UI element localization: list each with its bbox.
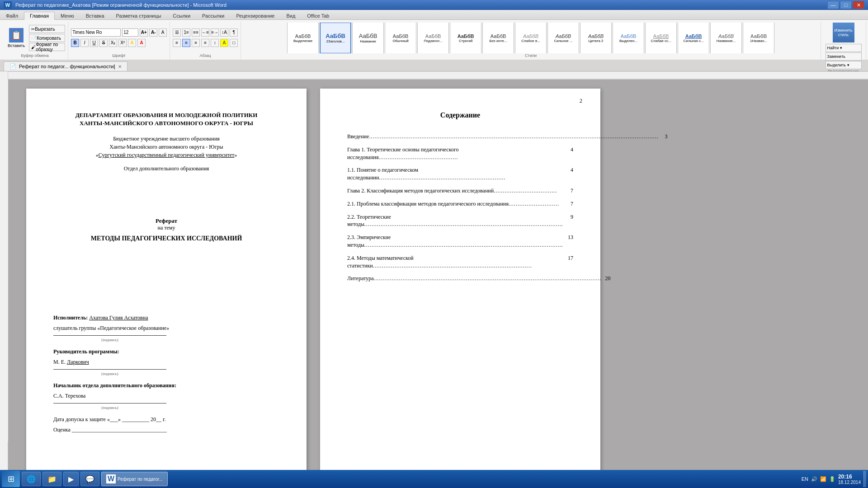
style-emphasis2-label: Выделен... — [619, 39, 637, 43]
replace-button[interactable]: Заменить — [826, 52, 862, 61]
side-ruler-top — [0, 71, 8, 80]
style-title2[interactable]: АаБбВ Название... — [710, 23, 742, 53]
shrink-font-button[interactable]: A- — [149, 28, 157, 37]
underline-button[interactable]: U — [90, 39, 98, 47]
toc-item-ch1: Глава 1. Теоретические основы педагогиче… — [347, 146, 573, 161]
select-button[interactable]: Выделить ▾ — [826, 61, 862, 69]
pages-scroll[interactable]: ДЕПАРТАМЕНТ ОБРАЗОВАНИЯ И МОЛОДЕЖНОЙ ПОЛ… — [8, 80, 868, 477]
font-color-button[interactable]: A — [137, 39, 146, 47]
style-title[interactable]: АаБбВ Название — [352, 23, 384, 53]
cut-button[interactable]: ✂ Вырезать — [29, 25, 65, 33]
format-painter-button[interactable]: 🖌 Формат по образцу — [29, 43, 65, 51]
toc-page-lit: 20 — [602, 275, 611, 282]
doc-tab-close[interactable]: ✕ — [118, 64, 122, 69]
bold-button[interactable]: B — [71, 39, 79, 47]
document-tab[interactable]: 📄 Реферат по педагог... функциональности… — [4, 61, 127, 71]
align-center-button[interactable]: ≡ — [182, 39, 190, 47]
style-title2-preview: АаБбВ — [718, 33, 734, 39]
font-name-row: A+ A- A — [71, 28, 167, 37]
style-weak-emphasis[interactable]: АаБбВ Слабое в... — [515, 23, 547, 53]
style-strict-preview: АаБбВ — [458, 33, 474, 39]
sort-button[interactable]: ↕A — [220, 28, 228, 37]
style-heading1[interactable]: АаБбВ 2Заголов... — [320, 23, 351, 53]
taskbar-chrome[interactable]: 🌐 — [22, 472, 41, 486]
taskbar-word[interactable]: W Реферат по педагог... — [101, 472, 168, 486]
language-indicator[interactable]: EN — [802, 476, 808, 482]
tab-layout[interactable]: Разметка страницы — [110, 12, 167, 20]
clipboard-label: Буфер обмена — [21, 53, 49, 59]
font-label: Шрифт — [112, 53, 126, 59]
highlight-button[interactable]: A — [128, 39, 136, 47]
style-emphasis2[interactable]: АаБбВ Выделен... — [613, 23, 644, 53]
copy-icon: 📄 — [31, 36, 37, 41]
shading-button[interactable]: A — [220, 39, 228, 47]
tab-file[interactable]: Файл — [0, 12, 24, 20]
tab-references[interactable]: Ссылки — [167, 12, 196, 20]
word-taskbar-icon: W — [106, 474, 116, 483]
subscript-button[interactable]: X₂ — [109, 39, 117, 47]
copy-button[interactable]: 📄 Копировать — [29, 34, 65, 42]
tab-mailings[interactable]: Рассылки — [196, 12, 230, 20]
numbering-button[interactable]: 1≡ — [182, 28, 190, 37]
strikethrough-button[interactable]: S — [99, 39, 108, 47]
superscript-button[interactable]: X² — [118, 39, 127, 47]
line-spacing-button[interactable]: ↕ — [211, 39, 219, 47]
clear-format-button[interactable]: A — [159, 28, 167, 37]
taskbar-media[interactable]: ▶ — [63, 472, 79, 486]
start-button[interactable]: ⊞ — [2, 471, 20, 487]
taskbar-skype[interactable]: 💬 — [80, 472, 99, 486]
toc-item-1-1: 1.1. Понятие о педагогическом исследован… — [347, 166, 573, 182]
show-desktop-icon[interactable] — [863, 471, 866, 487]
change-style-button[interactable]: Изменить стиль — [833, 23, 854, 42]
taskbar-explorer[interactable]: 📁 — [42, 472, 61, 486]
show-marks-button[interactable]: ¶ — [230, 28, 238, 37]
bullets-button[interactable]: ☰ — [173, 28, 181, 37]
paste-button[interactable]: 📋 Вставить — [5, 26, 28, 50]
rukovoditel-name-prefix: М. Е. — [53, 359, 67, 365]
style-no-interval[interactable]: АаБбВ Без инте... — [482, 23, 514, 53]
style-title3[interactable]: АаБбВ 1Назван... — [743, 23, 774, 53]
toc-list: Введение................................… — [347, 133, 573, 282]
dept-line2: ХАНТЫ-МАНСИЙСКОГО АВТОНОМНОГО ОКРУГА - Ю… — [53, 119, 279, 127]
style-weak-ref[interactable]: АаБбВ Слабая сс... — [645, 23, 677, 53]
style-strong-emphasis[interactable]: АаБбВ Сильное ... — [547, 23, 579, 53]
ispolnitel-name: Ахатова Гулия Асхатовна — [89, 314, 148, 321]
tab-insert[interactable]: Вставка — [80, 12, 110, 20]
tab-view[interactable]: Вид — [280, 12, 301, 20]
minimize-button[interactable]: — — [827, 1, 839, 9]
find-button[interactable]: Найти ▾ — [826, 44, 862, 52]
close-button[interactable]: ✕ — [853, 1, 864, 9]
univ-line3: «Сургутский государственный педагогическ… — [53, 151, 279, 159]
increase-indent-button[interactable]: ≡→ — [211, 28, 219, 37]
align-right-button[interactable]: ≡ — [192, 39, 200, 47]
decrease-indent-button[interactable]: ←≡ — [201, 28, 209, 37]
tab-home[interactable]: Главная — [24, 12, 55, 20]
grow-font-button[interactable]: A+ — [140, 28, 148, 37]
tab-review[interactable]: Рецензирование — [230, 12, 280, 20]
tab-officetab[interactable]: Office Tab — [301, 12, 335, 20]
ribbon-tabs: Файл Главная Меню Вставка Разметка стран… — [0, 10, 868, 20]
style-normal[interactable]: АаБбВ Обычный — [385, 23, 416, 53]
multilevel-button[interactable]: ≡≡ — [192, 28, 200, 37]
italic-button[interactable]: I — [80, 39, 89, 47]
style-strong-ref[interactable]: АаБбВ Сильная с... — [678, 23, 709, 53]
borders-button[interactable]: □ — [230, 39, 238, 47]
tab-menu[interactable]: Меню — [55, 12, 80, 20]
style-citation2[interactable]: АаБбВ Цитата 2 — [580, 23, 612, 53]
style-strict[interactable]: АаБбВ Строгий — [450, 23, 481, 53]
justify-button[interactable]: ≡ — [201, 39, 209, 47]
style-subtitle[interactable]: АаБбВ Подзагол... — [417, 23, 449, 53]
toc-item-2-1: 2.1. Проблема классификации методов педа… — [347, 200, 573, 208]
style-subtitle-preview: АаБбВ — [425, 33, 441, 39]
maximize-button[interactable]: □ — [840, 1, 852, 9]
vertical-ruler-svg — [0, 80, 8, 441]
font-name-input[interactable] — [71, 28, 121, 37]
style-highlight[interactable]: АаБбВ Выделение — [287, 23, 319, 53]
font-group: A+ A- A B I U S X₂ X² A A Шрифт — [68, 22, 170, 60]
align-left-button[interactable]: ≡ — [173, 39, 181, 47]
font-size-input[interactable] — [122, 28, 138, 37]
title-bar: W Реферат по педагогике_Ахатова [Режим о… — [0, 0, 868, 10]
toc-page-intro: 3 — [658, 133, 667, 141]
doc-tab-name: Реферат по педагог... функциональности] — [19, 64, 115, 69]
dept-section: Отдел дополнительного образования — [53, 165, 279, 172]
